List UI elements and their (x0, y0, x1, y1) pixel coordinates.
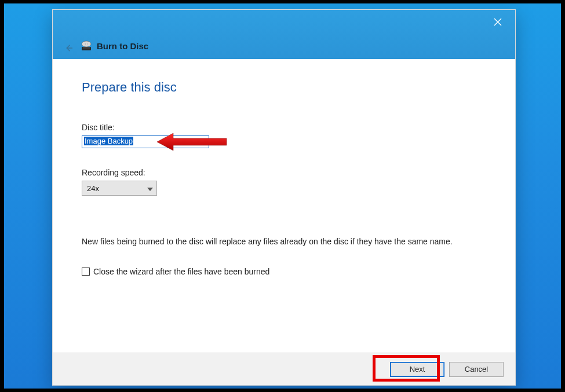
window-title: Burn to Disc (97, 41, 148, 51)
close-wizard-option[interactable]: Close the wizard after the files have be… (82, 267, 486, 276)
title-bar: Burn to Disc (53, 10, 515, 59)
chevron-down-icon (147, 184, 153, 193)
wizard-footer: Next Cancel (53, 353, 515, 385)
back-button (62, 41, 76, 55)
recording-speed-value: 24x (87, 184, 99, 193)
close-icon (494, 18, 502, 26)
svg-rect-5 (82, 47, 91, 50)
window-title-row: Burn to Disc (81, 40, 148, 52)
recording-speed-combobox[interactable]: 24x (82, 181, 157, 196)
cancel-button[interactable]: Cancel (449, 362, 504, 377)
cancel-button-label: Cancel (465, 365, 488, 373)
burn-disc-icon (81, 40, 92, 52)
svg-point-4 (85, 43, 88, 45)
close-wizard-checkbox[interactable] (82, 268, 90, 276)
svg-rect-6 (83, 47, 90, 49)
disc-title-value: Image Backup (84, 137, 133, 145)
page-heading: Prepare this disc (82, 80, 486, 95)
info-text: New files being burned to the disc will … (82, 236, 453, 247)
wizard-content: Prepare this disc Disc title: Image Back… (53, 59, 515, 353)
disc-title-input[interactable]: Image Backup (82, 135, 209, 148)
close-button[interactable] (485, 13, 511, 31)
disc-title-label: Disc title: (82, 123, 486, 132)
desktop-background: Burn to Disc Prepare this disc Disc titl… (4, 3, 561, 389)
next-button[interactable]: Next (390, 362, 444, 377)
next-button-label: Next (410, 365, 425, 373)
burn-to-disc-window: Burn to Disc Prepare this disc Disc titl… (52, 9, 516, 386)
recording-speed-label: Recording speed: (82, 168, 486, 177)
back-arrow-icon (64, 43, 74, 53)
close-wizard-label: Close the wizard after the files have be… (93, 267, 269, 276)
